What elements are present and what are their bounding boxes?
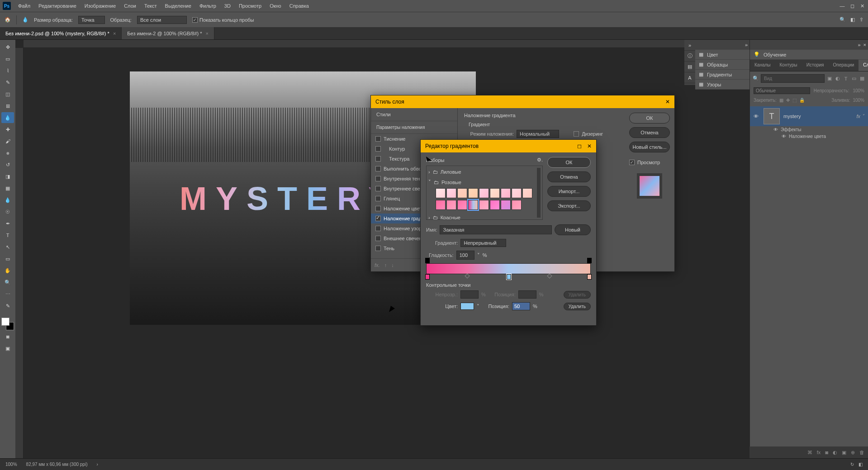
layer-name[interactable]: mystery <box>783 114 801 119</box>
fg-swatch[interactable] <box>1 318 9 326</box>
gradient-preset-swatch[interactable] <box>490 188 500 198</box>
gradient-preset-swatch[interactable] <box>446 200 456 210</box>
gradient-type-select[interactable]: Непрерывный <box>460 239 506 247</box>
mask-icon[interactable]: ◙ <box>825 450 828 455</box>
quickmask-tool[interactable]: ◙ <box>1 331 14 342</box>
new-button[interactable]: Новый <box>555 224 591 235</box>
preset-group-pink[interactable]: ˅🗀Розовые <box>428 178 537 186</box>
maximize-icon[interactable]: ◻ <box>577 143 582 149</box>
lock-pixels-icon[interactable]: ▦ <box>779 98 783 103</box>
marquee-tool[interactable]: ▭ <box>1 53 14 64</box>
tab-close-icon[interactable]: × <box>113 31 116 36</box>
menu-view[interactable]: Просмотр <box>235 1 265 10</box>
gradient-preset-swatch[interactable] <box>436 188 446 198</box>
effect-checkbox[interactable] <box>375 176 381 181</box>
color-stop-position-input[interactable] <box>512 302 530 310</box>
collapse-icon[interactable]: » <box>858 42 860 47</box>
move-tool[interactable]: ✥ <box>1 42 14 52</box>
blend-mode-select[interactable]: Нормальный <box>517 130 559 138</box>
chevron-right-icon[interactable]: › <box>97 462 98 467</box>
show-ring-checkbox[interactable]: ✓ Показать кольцо пробы <box>192 17 254 23</box>
midpoint-1[interactable] <box>465 273 470 278</box>
effect-checkbox[interactable] <box>375 136 381 142</box>
eyedropper-icon[interactable]: 💧 <box>22 17 28 23</box>
effect-checkbox[interactable] <box>375 226 381 231</box>
delete-layer-icon[interactable]: 🗑 <box>859 450 864 455</box>
gradient-preset-swatch[interactable] <box>522 188 532 198</box>
maximize-icon[interactable]: ◻ <box>849 3 855 9</box>
fx-badge[interactable]: fx ˅ <box>856 114 864 119</box>
gradient-tool[interactable]: ▦ <box>1 183 14 194</box>
filter-type-icon[interactable]: T <box>843 75 849 83</box>
quick-select-tool[interactable]: ✎ <box>1 77 14 88</box>
edit-toolbar[interactable]: ✎ <box>1 300 14 311</box>
visibility-icon[interactable]: 👁 <box>754 114 760 119</box>
eyedropper-tool[interactable]: 💧 <box>1 112 14 123</box>
history-brush-tool[interactable]: ↺ <box>1 159 14 170</box>
zoom-tool[interactable]: 🔍 <box>1 277 14 288</box>
learn-panel-tab[interactable]: 💡 Обучение <box>750 50 868 60</box>
sample-size-select[interactable]: Точка <box>78 16 105 24</box>
effect-checkbox[interactable] <box>375 206 381 211</box>
filter-image-icon[interactable]: ▣ <box>826 75 833 83</box>
lock-image-icon[interactable]: ⬚ <box>792 98 797 103</box>
color-stop-mid[interactable] <box>507 274 511 280</box>
effect-checkbox[interactable] <box>375 236 381 241</box>
tab-paths[interactable]: Контуры <box>775 60 802 71</box>
gradient-preset-swatch[interactable] <box>468 200 478 210</box>
gradient-preset-swatch[interactable] <box>501 188 511 198</box>
more-tools[interactable]: ⋯ <box>1 289 14 299</box>
chevron-down-icon[interactable]: ˅ <box>477 252 480 258</box>
document-size[interactable]: 82,97 мм x 60,96 мм (300 ppi) <box>26 462 88 467</box>
minimize-icon[interactable]: — <box>839 3 845 9</box>
dither-checkbox[interactable] <box>574 131 579 137</box>
midpoint-2[interactable] <box>547 273 552 278</box>
tab-layers[interactable]: Слои <box>859 60 868 71</box>
menu-layers[interactable]: Слои <box>120 1 140 10</box>
clone-tool[interactable]: ⎈ <box>1 147 14 158</box>
cancel-button[interactable]: Отмена <box>629 127 670 138</box>
fx-icon[interactable]: fx <box>817 450 821 455</box>
gradient-preset-swatch[interactable] <box>436 200 446 210</box>
delete-color-stop-button[interactable]: Удалить <box>564 303 591 310</box>
menu-file[interactable]: Файл <box>14 1 34 10</box>
close-icon[interactable]: ✕ <box>859 3 865 9</box>
menu-text[interactable]: Текст <box>141 1 161 10</box>
gradient-preset-swatch[interactable] <box>457 200 467 210</box>
filter-smart-icon[interactable]: ▦ <box>859 75 865 83</box>
mini-panel-gradients[interactable]: ▦Градиенты <box>695 70 749 80</box>
layer-item-mystery[interactable]: 👁 T mystery fx ˅ <box>750 106 868 126</box>
gradient-preset-swatch[interactable] <box>446 188 456 198</box>
close-icon[interactable]: ✕ <box>587 143 592 149</box>
hand-tool[interactable]: ✋ <box>1 265 14 276</box>
lock-position-icon[interactable]: ✥ <box>786 98 790 103</box>
document-tab-1[interactable]: Без имени-2.psd @ 100% (mystery, RGB/8#)… <box>0 27 122 39</box>
gradient-preset-swatch[interactable] <box>479 188 489 198</box>
blur-tool[interactable]: 💧 <box>1 195 14 205</box>
search-icon[interactable]: 🔍 <box>840 17 846 23</box>
gradient-name-input[interactable] <box>440 225 552 234</box>
menu-filter[interactable]: Фильтр <box>196 1 220 10</box>
gradient-preset-swatch[interactable] <box>501 200 511 210</box>
document-tab-2[interactable]: Без имени-2 @ 100% (RGB/8#) * × <box>122 27 214 39</box>
mini-panel-color[interactable]: ▦Цвет <box>695 50 749 60</box>
effect-checkbox[interactable] <box>375 246 381 251</box>
path-select-tool[interactable]: ↖ <box>1 242 14 252</box>
effect-checkbox[interactable] <box>375 216 381 221</box>
pen-tool[interactable]: ✒ <box>1 218 14 229</box>
layer-thumbnail[interactable]: T <box>764 108 780 124</box>
smoothness-input[interactable] <box>456 251 474 260</box>
color-swatches[interactable] <box>1 318 14 330</box>
character-icon[interactable]: A <box>684 72 695 83</box>
layers-filter-input[interactable] <box>761 74 825 83</box>
workspace-icon[interactable]: ◧ <box>850 17 855 23</box>
gradient-preset-swatch[interactable] <box>468 188 478 198</box>
brush-tool[interactable]: 🖌 <box>1 136 14 147</box>
preset-group-red[interactable]: ›🗀Красные <box>428 214 537 220</box>
styles-header[interactable]: Стили <box>371 108 457 121</box>
shape-tool[interactable]: ▭ <box>1 253 14 264</box>
color-stop-color[interactable] <box>460 303 474 310</box>
healing-tool[interactable]: ✚ <box>1 124 14 135</box>
gradient-preset-swatch[interactable] <box>479 200 489 210</box>
link-layers-icon[interactable]: ⌘ <box>807 450 812 456</box>
